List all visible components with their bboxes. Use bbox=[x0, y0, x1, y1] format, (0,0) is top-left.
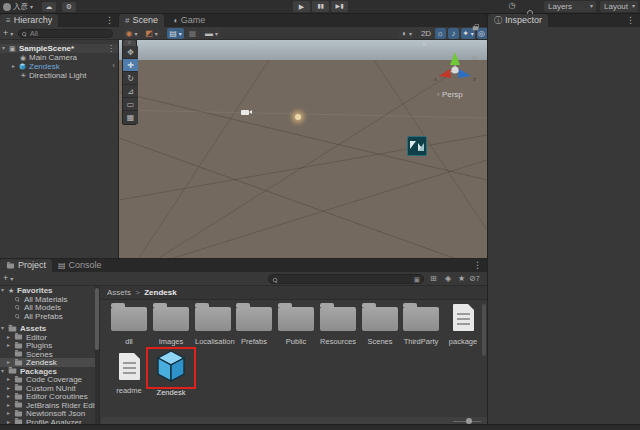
create-asset-button[interactable]: +▾ bbox=[3, 273, 13, 283]
light-gizmo-icon[interactable] bbox=[295, 114, 301, 120]
asset-label: Prefabs bbox=[236, 337, 272, 346]
folder-icon bbox=[15, 386, 22, 391]
scale-tool-button[interactable]: ⊿ bbox=[123, 85, 138, 98]
inspector-panel: ⓘInspector ⋮ bbox=[487, 14, 640, 424]
debug-mode-dropdown[interactable]: ◩▾ bbox=[143, 28, 160, 39]
tab-project[interactable]: Project bbox=[0, 259, 52, 272]
breadcrumb-root[interactable]: Assets bbox=[107, 288, 131, 297]
asset-item-package[interactable]: package bbox=[445, 303, 481, 346]
tab-scene[interactable]: #Scene bbox=[119, 14, 164, 27]
folder-icon bbox=[278, 307, 314, 331]
thumbnail-zoom-slider[interactable] bbox=[453, 421, 481, 423]
folder-icon bbox=[15, 360, 22, 365]
hierarchy-search-input[interactable]: All bbox=[18, 29, 113, 38]
breadcrumb-current[interactable]: Zendesk bbox=[144, 288, 176, 297]
asset-item-localisation[interactable]: Localisation bbox=[195, 303, 231, 346]
search-in-icon[interactable]: ▣ bbox=[413, 275, 420, 284]
foldout-arrow-icon[interactable]: ▸ bbox=[12, 62, 15, 71]
menu-icon[interactable]: ⋮ bbox=[105, 14, 114, 26]
scrollbar-thumb[interactable] bbox=[482, 304, 486, 356]
rect-tool-button[interactable]: ▭ bbox=[123, 98, 138, 111]
folder-icon bbox=[15, 377, 22, 382]
step-icon: ▶▮ bbox=[336, 3, 344, 9]
tab-game[interactable]: ◖Game bbox=[167, 14, 211, 27]
hierarchy-row-scene[interactable]: ▾ ▣ SampleScene* ⋮ bbox=[0, 44, 118, 53]
hidden-packages-toggle[interactable]: ⊘7 bbox=[469, 274, 480, 283]
scene-grid-icon: # bbox=[125, 16, 129, 25]
chevron-right-icon[interactable]: › bbox=[112, 61, 115, 70]
project-search-input[interactable]: ▣ bbox=[268, 274, 424, 284]
rotate-icon: ↻ bbox=[127, 74, 134, 83]
settings-button[interactable]: ⚙ bbox=[62, 2, 76, 12]
move-tool-button[interactable]: ✛ bbox=[123, 59, 138, 72]
lock-icon[interactable] bbox=[473, 24, 479, 30]
halfmoon-icon: ◐ bbox=[402, 29, 407, 38]
create-object-button[interactable]: +▾ bbox=[3, 28, 13, 38]
step-button[interactable]: ▶▮ bbox=[331, 1, 348, 12]
grid-bottom-bar bbox=[101, 417, 487, 424]
scene-tabbar: #Scene ◖Game bbox=[119, 14, 486, 27]
tab-hierarchy[interactable]: ≡Hierarchy bbox=[0, 14, 58, 27]
undo-history-button[interactable]: ◷ bbox=[505, 1, 519, 12]
hierarchy-row-main-camera[interactable]: ◉ Main Camera bbox=[0, 53, 118, 62]
zendesk-object-gizmo[interactable] bbox=[407, 136, 427, 156]
asset-item-prefabs[interactable]: Prefabs bbox=[236, 303, 272, 346]
asset-item-images[interactable]: Images bbox=[153, 303, 189, 346]
scene-name: SampleScene* bbox=[19, 44, 74, 53]
view-options-dropdown[interactable]: ▤▾ bbox=[167, 28, 184, 39]
asset-label: readme bbox=[111, 386, 147, 395]
hierarchy-row-directional-light[interactable]: ☀ Directional Light bbox=[0, 71, 118, 80]
hierarchy-row-zendesk[interactable]: ▸ Zendesk › bbox=[0, 62, 118, 71]
panel-icon: ▤ bbox=[169, 29, 177, 38]
2d-toggle[interactable]: 2D bbox=[419, 28, 433, 39]
cloud-button[interactable]: ☁ bbox=[42, 2, 56, 12]
scene-toolbar: ◉▾ ◩▾ ▤▾ ▦ ▬▾ ◐▾ 2D ☼ ♪ ✦▾ ◎▾ bbox=[119, 27, 487, 40]
pause-button[interactable]: ▮▮ bbox=[312, 1, 329, 12]
play-button[interactable]: ▶ bbox=[293, 1, 310, 12]
layers-dropdown[interactable]: Layers▾ bbox=[544, 1, 596, 12]
asset-item-public[interactable]: Public bbox=[278, 303, 314, 346]
menu-icon[interactable]: ⋮ bbox=[626, 14, 635, 26]
asset-item-dll[interactable]: dll bbox=[111, 303, 147, 346]
scrollbar-thumb[interactable] bbox=[95, 288, 99, 350]
scene-audio-toggle[interactable]: ♪ bbox=[448, 28, 459, 39]
open-in-search-icon[interactable]: ⊞ bbox=[430, 274, 437, 283]
camera-settings-dropdown[interactable]: ▬▾ bbox=[202, 28, 221, 39]
overlay-menu-icon[interactable]: ≡ bbox=[422, 41, 426, 48]
prefab-cube-icon bbox=[19, 63, 26, 70]
tab-inspector[interactable]: ⓘInspector bbox=[488, 14, 548, 27]
gear-icon: ⚙ bbox=[66, 3, 72, 10]
asset-item-scenes[interactable]: Scenes bbox=[362, 303, 398, 346]
camera-gizmo-icon[interactable] bbox=[241, 110, 249, 115]
persp-toggle[interactable]: ‹ Persp bbox=[437, 90, 463, 99]
search-by-type-icon[interactable]: ◈ bbox=[445, 274, 451, 283]
tree-scrollbar[interactable] bbox=[95, 286, 99, 424]
tree-all-prefabs[interactable]: All Prefabs bbox=[0, 312, 99, 321]
favorite-search-icon[interactable]: ★ bbox=[458, 274, 465, 283]
account-button[interactable]: 入彦▾ bbox=[3, 2, 33, 12]
object-name: Zendesk bbox=[29, 62, 60, 71]
transform-tool-button[interactable]: ▦ bbox=[123, 111, 138, 124]
rotate-tool-button[interactable]: ↻ bbox=[123, 72, 138, 85]
scene-viewport[interactable]: ≡ ✥ ✛ ↻ ⊿ ▭ ▦ ≡ bbox=[119, 40, 487, 258]
chevron-down-icon: ▾ bbox=[215, 31, 218, 37]
layers-label: Layers bbox=[548, 2, 572, 11]
asset-item-thirdparty[interactable]: ThirdParty bbox=[403, 303, 439, 346]
tab-console[interactable]: ▤Console bbox=[52, 259, 108, 272]
asset-item-resources[interactable]: Resources bbox=[320, 303, 356, 346]
asset-item-readme[interactable]: readme bbox=[111, 352, 147, 395]
render-doc-dropdown[interactable]: ◐▾ bbox=[398, 28, 416, 39]
hand-tool-button[interactable]: ✥ bbox=[123, 46, 138, 59]
tab-label: Inspector bbox=[505, 15, 542, 25]
shading-mode-dropdown[interactable]: ◉▾ bbox=[123, 28, 140, 39]
grid-visibility-dropdown[interactable]: ▦ bbox=[186, 28, 199, 39]
asset-label: Images bbox=[153, 337, 189, 346]
scene-lighting-toggle[interactable]: ☼ bbox=[435, 28, 446, 39]
foldout-arrow-icon[interactable]: ▾ bbox=[2, 44, 5, 53]
grid-scrollbar[interactable] bbox=[482, 302, 486, 424]
orientation-gizmo[interactable]: x z bbox=[432, 50, 478, 88]
layout-dropdown[interactable]: Layout▾ bbox=[600, 1, 638, 12]
main-toolbar: 入彦▾ ☁ ⚙ ▶ ▮▮ ▶▮ ◷ Layers▾ Layout▾ bbox=[0, 0, 640, 14]
menu-icon[interactable]: ⋮ bbox=[473, 259, 482, 271]
tab-label: Game bbox=[181, 15, 206, 25]
